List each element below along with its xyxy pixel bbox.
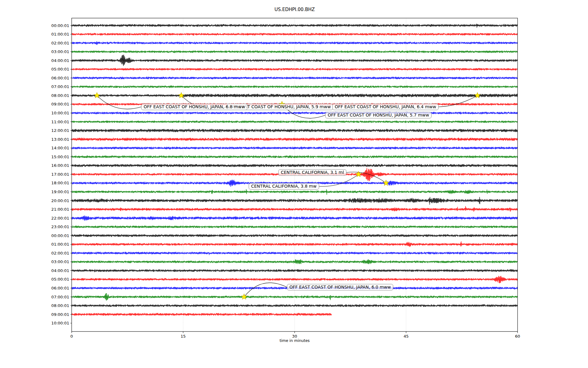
trace-row-09:00:01 bbox=[72, 313, 332, 316]
trace-row-13:00:01 bbox=[72, 138, 518, 141]
x-axis-label: time in minutes bbox=[72, 338, 518, 343]
y-tick-label: 20:00:01 bbox=[51, 198, 69, 203]
trace-row-04:00:01 bbox=[72, 269, 518, 272]
event-star bbox=[474, 92, 480, 98]
y-tick-label: 00:00:01 bbox=[51, 233, 69, 238]
y-tick-label: 18:00:01 bbox=[51, 181, 69, 185]
trace-row-01:00:01 bbox=[72, 241, 518, 247]
y-tick-label: 12:00:01 bbox=[51, 128, 69, 133]
y-tick-label: 00:00:01 bbox=[51, 23, 69, 28]
y-tick-label: 11:00:01 bbox=[51, 120, 69, 124]
y-tick-label: 15:00:01 bbox=[51, 155, 69, 159]
y-tick-label: 22:00:01 bbox=[51, 216, 69, 220]
y-tick-label: 17:00:01 bbox=[51, 172, 69, 177]
annotation-leaders bbox=[97, 95, 477, 297]
y-tick-label: 01:00:01 bbox=[51, 242, 69, 247]
y-tick-label: 08:00:01 bbox=[51, 303, 69, 308]
event-star bbox=[178, 92, 184, 98]
trace-row-07:00:01 bbox=[72, 86, 518, 88]
y-tick-label: 16:00:01 bbox=[51, 163, 69, 168]
traces bbox=[72, 24, 518, 316]
axes: 01530456000:00:0101:00:0102:00:0103:00:0… bbox=[51, 18, 520, 339]
y-tick-label: 14:00:01 bbox=[51, 146, 69, 150]
y-tick-label: 04:00:01 bbox=[51, 58, 69, 63]
trace-row-02:00:01 bbox=[72, 41, 518, 45]
trace-row-06:00:01 bbox=[72, 287, 518, 289]
y-tick-label: 09:00:01 bbox=[51, 102, 69, 106]
y-tick-label: 19:00:01 bbox=[51, 190, 69, 194]
x-tick-label: 30 bbox=[292, 334, 297, 339]
annotation-leader bbox=[319, 174, 359, 186]
annotation-leader bbox=[97, 95, 141, 109]
y-tick-label: 21:00:01 bbox=[51, 207, 69, 212]
y-tick-label: 06:00:01 bbox=[51, 286, 69, 290]
trace-row-06:00:01 bbox=[72, 77, 518, 79]
trace-row-15:00:01 bbox=[72, 155, 518, 158]
trace-row-18:00:01 bbox=[72, 180, 518, 187]
event-stars bbox=[94, 92, 481, 299]
trace-row-14:00:01 bbox=[72, 147, 518, 149]
y-tick-label: 01:00:01 bbox=[51, 32, 69, 36]
y-tick-label: 13:00:01 bbox=[51, 137, 69, 142]
x-tick-label: 60 bbox=[515, 334, 520, 339]
x-tick-label: 45 bbox=[404, 334, 409, 339]
event-star bbox=[94, 92, 100, 98]
event-star bbox=[383, 180, 389, 186]
y-tick-label: 07:00:01 bbox=[51, 295, 69, 299]
plot-area: 01530456000:00:0101:00:0102:00:0103:00:0… bbox=[0, 0, 588, 368]
y-tick-label: 08:00:01 bbox=[51, 93, 69, 98]
x-tick-label: 0 bbox=[70, 334, 73, 339]
y-tick-label: 04:00:01 bbox=[51, 268, 69, 273]
trace-row-02:00:01 bbox=[72, 252, 518, 255]
trace-row-05:00:01 bbox=[72, 68, 518, 71]
trace-row-12:00:01 bbox=[72, 129, 518, 132]
y-tick-label: 02:00:01 bbox=[51, 41, 69, 45]
y-tick-label: 09:00:01 bbox=[51, 312, 69, 317]
y-tick-label: 05:00:01 bbox=[51, 277, 69, 282]
seismogram-figure: US.EDHPI.00.BHZ 01530456000:00:0101:00:0… bbox=[0, 0, 588, 368]
y-tick-label: 03:00:01 bbox=[51, 259, 69, 264]
y-tick-label: 10:00:01 bbox=[51, 111, 69, 115]
y-tick-label: 10:00:01 bbox=[51, 321, 69, 325]
event-star bbox=[279, 101, 285, 107]
y-tick-label: 03:00:01 bbox=[51, 49, 69, 54]
annotation-leader bbox=[244, 283, 287, 297]
annotation-leader bbox=[181, 95, 227, 109]
y-tick-label: 07:00:01 bbox=[51, 84, 69, 89]
y-tick-label: 05:00:01 bbox=[51, 67, 69, 71]
y-tick-label: 02:00:01 bbox=[51, 251, 69, 255]
trace-row-17:00:01 bbox=[72, 168, 518, 181]
y-tick-label: 06:00:01 bbox=[51, 76, 69, 80]
x-tick-label: 15 bbox=[181, 334, 186, 339]
y-tick-label: 23:00:01 bbox=[51, 224, 69, 229]
annotation-leader bbox=[282, 104, 325, 118]
